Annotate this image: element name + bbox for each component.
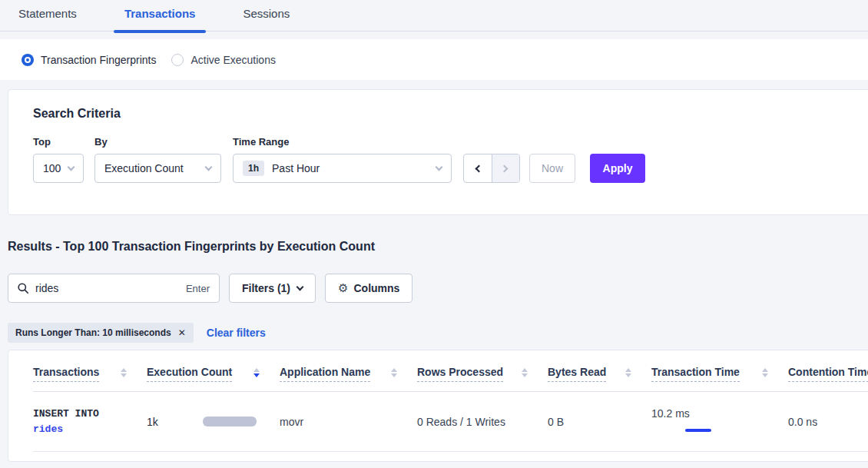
sort-icon	[121, 368, 127, 377]
table-header-row: Transactions Execution Count Application…	[33, 350, 868, 392]
top-select-value: 100	[43, 162, 61, 174]
radio-label: Active Executions	[190, 54, 276, 66]
execution-count-cell: 1k	[147, 416, 280, 428]
sort-icon	[391, 368, 397, 377]
by-label: By	[94, 136, 221, 148]
by-select-value: Execution Count	[104, 162, 184, 174]
contention-time-cell: 0.0 ns	[788, 416, 868, 428]
column-header-contention-time[interactable]: Contention Time	[788, 366, 868, 391]
chevron-down-icon	[297, 283, 304, 290]
next-time-window-button[interactable]	[492, 154, 519, 182]
transaction-time-value: 10.2 ms	[651, 407, 788, 420]
filters-button-label: Filters (1)	[242, 282, 290, 294]
filter-chip[interactable]: Runs Longer Than: 10 milliseconds ✕	[8, 323, 194, 343]
column-header-transaction-time[interactable]: Transaction Time	[651, 366, 788, 391]
radio-active-executions[interactable]: Active Executions	[171, 54, 276, 66]
column-header-rows-processed[interactable]: Rows Processed	[417, 366, 548, 391]
by-select[interactable]: Execution Count	[94, 154, 221, 183]
search-icon	[18, 283, 28, 294]
sort-desc-icon	[253, 368, 260, 377]
chevron-right-icon	[501, 164, 509, 172]
tab-sessions[interactable]: Sessions	[232, 7, 300, 32]
column-header-transactions[interactable]: Transactions	[33, 366, 147, 391]
now-button[interactable]: Now	[529, 154, 575, 183]
top-select[interactable]: 100	[33, 154, 84, 183]
columns-button[interactable]: ⚙ Columns	[325, 274, 412, 303]
time-window-arrows	[463, 154, 520, 183]
radio-label: Transaction Fingerprints	[41, 54, 156, 66]
top-label: Top	[33, 136, 84, 148]
transaction-time-bar-blue	[685, 429, 711, 432]
tab-statements[interactable]: Statements	[8, 7, 88, 32]
execution-count-bar	[203, 417, 257, 427]
bytes-read-cell: 0 B	[548, 416, 651, 428]
results-toolbar: Enter Filters (1) ⚙ Columns	[8, 274, 868, 303]
column-header-bytes-read[interactable]: Bytes Read	[548, 366, 651, 391]
time-range-label: Time Range	[233, 136, 452, 148]
transaction-fingerprint-link[interactable]: rides	[33, 422, 147, 437]
chevron-down-icon	[68, 163, 75, 171]
radio-transaction-fingerprints[interactable]: Transaction Fingerprints	[22, 54, 156, 66]
active-filters-row: Runs Longer Than: 10 milliseconds ✕ Clea…	[8, 323, 868, 343]
time-range-value: Past Hour	[272, 162, 320, 174]
filter-chip-label: Runs Longer Than: 10 milliseconds	[15, 327, 171, 338]
chevron-down-icon	[205, 163, 213, 171]
chevron-left-icon	[475, 164, 483, 172]
table-row: INSERT INTO rides 1k movr 0 Reads / 1 Wr…	[33, 392, 868, 452]
transaction-statement: INSERT INTO	[33, 407, 147, 422]
column-header-application-name[interactable]: Application Name	[280, 366, 417, 391]
remove-filter-icon[interactable]: ✕	[178, 327, 186, 338]
apply-button[interactable]: Apply	[590, 154, 645, 183]
time-range-select[interactable]: 1h Past Hour	[233, 154, 452, 183]
tab-transactions[interactable]: Transactions	[114, 7, 207, 32]
search-criteria-card: Search Criteria Top 100 By Execution Cou…	[8, 89, 868, 215]
execution-count-value: 1k	[147, 416, 203, 428]
transaction-time-cell: 10.2 ms	[651, 407, 788, 436]
search-box: Enter	[8, 274, 220, 303]
transaction-cell: INSERT INTO rides	[33, 407, 147, 437]
radio-selected-icon	[22, 54, 34, 66]
clear-filters-link[interactable]: Clear filters	[207, 327, 266, 339]
gear-icon: ⚙	[338, 281, 348, 295]
view-toggle-band: Transaction Fingerprints Active Executio…	[0, 39, 868, 80]
previous-time-window-button[interactable]	[464, 154, 492, 182]
rows-processed-cell: 0 Reads / 1 Writes	[417, 416, 548, 428]
filters-button[interactable]: Filters (1)	[229, 274, 316, 303]
column-header-execution-count[interactable]: Execution Count	[147, 366, 280, 391]
time-range-badge: 1h	[243, 161, 264, 176]
search-criteria-title: Search Criteria	[33, 107, 868, 121]
radio-unselected-icon	[171, 54, 184, 66]
chevron-down-icon	[436, 163, 443, 171]
search-enter-hint: Enter	[186, 283, 210, 294]
sql-activity-tabbar: Statements Transactions Sessions	[0, 0, 868, 32]
application-name-cell: movr	[280, 416, 417, 428]
sort-icon	[762, 368, 768, 377]
columns-button-label: Columns	[353, 282, 399, 294]
transaction-time-bar	[651, 425, 722, 436]
results-heading: Results - Top 100 Transaction Fingerprin…	[8, 240, 868, 254]
search-input[interactable]	[35, 282, 158, 294]
sort-icon	[522, 368, 528, 377]
sort-icon	[625, 368, 631, 377]
transactions-table: Transactions Execution Count Application…	[8, 350, 868, 462]
